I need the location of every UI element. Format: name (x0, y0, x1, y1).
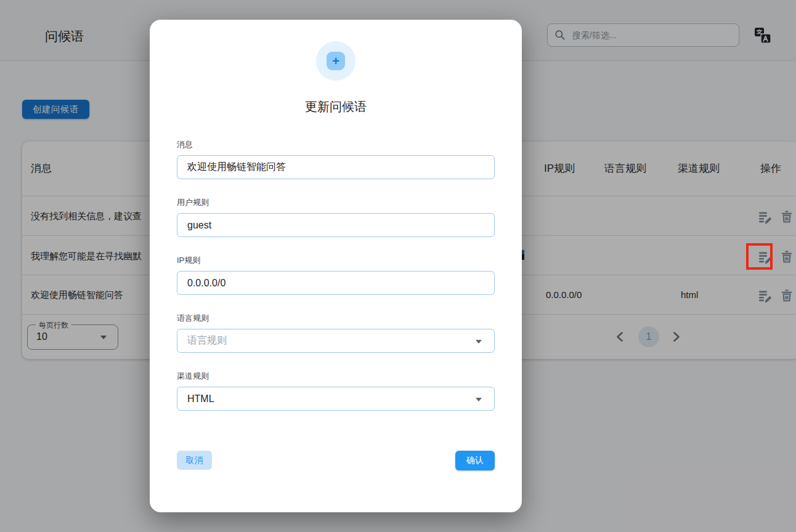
message-input[interactable] (177, 155, 495, 179)
update-greeting-dialog: + 更新问候语 消息 用户规则 IP规则 语言规则 语言规则 渠道规则 HTML… (150, 20, 522, 512)
language-rule-placeholder: 语言规则 (187, 334, 227, 347)
dialog-title: 更新问候语 (150, 99, 522, 115)
confirm-button[interactable]: 确认 (455, 451, 495, 470)
dialog-avatar: + (316, 41, 355, 81)
channel-rule-field-label: 渠道规则 (177, 371, 209, 382)
channel-rule-select[interactable]: HTML (177, 387, 495, 411)
ip-rule-field-label: IP规则 (177, 255, 200, 266)
message-field-label: 消息 (177, 139, 193, 150)
ip-rule-input[interactable] (177, 271, 495, 295)
chevron-down-icon (476, 398, 482, 401)
chevron-down-icon (476, 340, 482, 344)
cancel-button[interactable]: 取消 (177, 451, 212, 470)
language-rule-field-label: 语言规则 (177, 313, 209, 324)
plus-icon: + (327, 52, 345, 70)
channel-rule-value: HTML (187, 393, 214, 405)
language-rule-select[interactable]: 语言规则 (177, 329, 495, 353)
user-rule-input[interactable] (177, 213, 495, 237)
user-rule-field-label: 用户规则 (177, 197, 209, 208)
